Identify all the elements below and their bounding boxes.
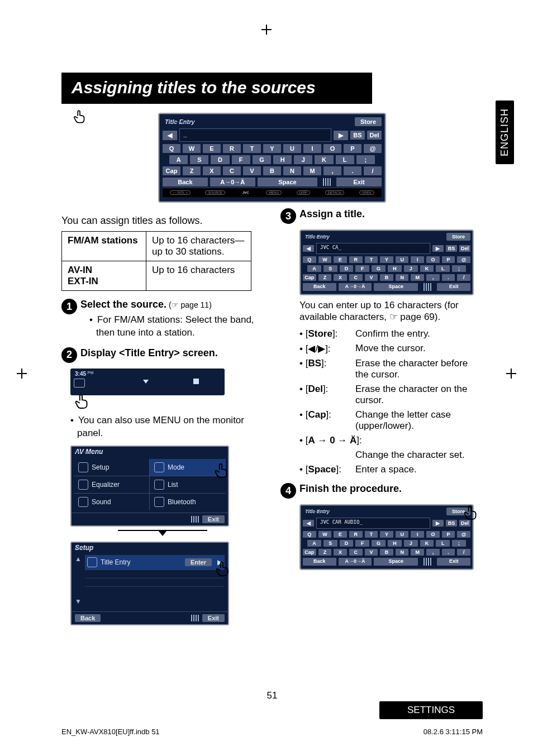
- key[interactable]: Y: [380, 256, 393, 263]
- key[interactable]: V: [365, 549, 378, 556]
- charset-button[interactable]: A→0→Ä: [210, 178, 255, 186]
- key[interactable]: /: [457, 549, 470, 556]
- key[interactable]: B: [380, 549, 393, 556]
- key[interactable]: C: [349, 274, 363, 281]
- enter-button[interactable]: Enter: [185, 558, 212, 566]
- key[interactable]: ,: [323, 166, 341, 175]
- key[interactable]: P: [442, 256, 455, 263]
- charset-button[interactable]: A→0→Ä: [339, 558, 372, 566]
- key[interactable]: H: [388, 540, 402, 547]
- cursor-left-button[interactable]: ◀: [303, 245, 314, 252]
- backspace-button[interactable]: BS: [350, 131, 365, 140]
- key[interactable]: R: [349, 531, 363, 538]
- key[interactable]: .: [344, 166, 361, 175]
- key[interactable]: G: [372, 265, 386, 272]
- avmenu-item-equalizer[interactable]: Equalizer: [74, 476, 150, 494]
- key[interactable]: W: [318, 531, 332, 538]
- key[interactable]: Q: [163, 144, 180, 153]
- key[interactable]: R: [349, 256, 363, 263]
- key[interactable]: X: [203, 166, 221, 175]
- key[interactable]: I: [411, 256, 424, 263]
- key[interactable]: D: [211, 155, 229, 164]
- key[interactable]: /: [457, 274, 470, 281]
- backspace-button[interactable]: BS: [446, 520, 457, 527]
- key[interactable]: B: [380, 274, 393, 281]
- cursor-right-button[interactable]: ▶: [432, 245, 444, 252]
- key[interactable]: W: [183, 144, 201, 153]
- key[interactable]: G: [372, 540, 386, 547]
- key[interactable]: M: [411, 274, 424, 281]
- space-button[interactable]: Space: [374, 283, 418, 291]
- key[interactable]: Q: [303, 256, 316, 263]
- key[interactable]: F: [355, 540, 369, 547]
- key[interactable]: ;: [452, 540, 466, 547]
- key[interactable]: I: [303, 144, 321, 153]
- exit-button[interactable]: Exit: [437, 283, 470, 291]
- key[interactable]: S: [190, 155, 208, 164]
- delete-button[interactable]: Del: [367, 131, 382, 140]
- key[interactable]: S: [323, 265, 337, 272]
- key[interactable]: T: [365, 531, 378, 538]
- cursor-right-button[interactable]: ▶: [432, 520, 444, 527]
- key[interactable]: M: [303, 166, 321, 175]
- back-button[interactable]: Back: [163, 178, 208, 186]
- cursor-right-button[interactable]: ▶: [334, 131, 348, 140]
- key[interactable]: F: [355, 265, 369, 272]
- key[interactable]: H: [388, 265, 402, 272]
- key[interactable]: B: [263, 166, 281, 175]
- key[interactable]: Z: [183, 166, 201, 175]
- key[interactable]: @: [457, 531, 470, 538]
- key[interactable]: I: [411, 531, 424, 538]
- key[interactable]: @: [364, 144, 382, 153]
- key[interactable]: O: [426, 256, 440, 263]
- down-arrow-icon[interactable]: ▼: [74, 597, 83, 605]
- key[interactable]: .: [442, 274, 455, 281]
- key[interactable]: S: [323, 540, 337, 547]
- store-button[interactable]: Store: [446, 233, 470, 241]
- key[interactable]: L: [436, 265, 450, 272]
- back-button[interactable]: Back: [75, 614, 101, 622]
- key[interactable]: K: [315, 155, 333, 164]
- cursor-left-button[interactable]: ◀: [303, 520, 314, 527]
- key[interactable]: M: [411, 549, 424, 556]
- key[interactable]: L: [336, 155, 354, 164]
- key[interactable]: E: [334, 256, 347, 263]
- key[interactable]: T: [243, 144, 261, 153]
- key[interactable]: /: [364, 166, 382, 175]
- key[interactable]: ;: [452, 265, 466, 272]
- key[interactable]: .: [442, 549, 455, 556]
- title-text-field[interactable]: JVC CAR AUDIO_: [316, 518, 430, 529]
- key[interactable]: E: [203, 144, 221, 153]
- key[interactable]: ,: [426, 549, 440, 556]
- key[interactable]: D: [340, 540, 354, 547]
- avmenu-item-setup[interactable]: Setup: [74, 459, 150, 476]
- exit-button[interactable]: Exit: [437, 558, 470, 566]
- space-button[interactable]: Space: [374, 558, 418, 566]
- key[interactable]: Q: [303, 531, 316, 538]
- key[interactable]: G: [253, 155, 271, 164]
- key[interactable]: L: [436, 540, 450, 547]
- key[interactable]: V: [243, 166, 261, 175]
- key[interactable]: @: [457, 256, 470, 263]
- key[interactable]: H: [273, 155, 292, 164]
- key[interactable]: Y: [380, 531, 393, 538]
- key[interactable]: O: [323, 144, 341, 153]
- key[interactable]: N: [396, 549, 409, 556]
- key[interactable]: P: [442, 531, 455, 538]
- key[interactable]: O: [426, 531, 440, 538]
- cap-button[interactable]: Cap: [303, 549, 316, 556]
- key[interactable]: Y: [263, 144, 281, 153]
- exit-button[interactable]: Exit: [202, 614, 225, 622]
- key[interactable]: U: [396, 256, 409, 263]
- key[interactable]: N: [283, 166, 301, 175]
- key[interactable]: C: [349, 549, 363, 556]
- cap-button[interactable]: Cap: [303, 274, 316, 281]
- key[interactable]: U: [396, 531, 409, 538]
- key[interactable]: D: [340, 265, 354, 272]
- title-text-field[interactable]: _: [179, 128, 331, 142]
- key[interactable]: A: [169, 155, 188, 164]
- key[interactable]: X: [334, 549, 347, 556]
- backspace-button[interactable]: BS: [446, 245, 457, 252]
- key[interactable]: F: [232, 155, 250, 164]
- key[interactable]: Z: [318, 274, 332, 281]
